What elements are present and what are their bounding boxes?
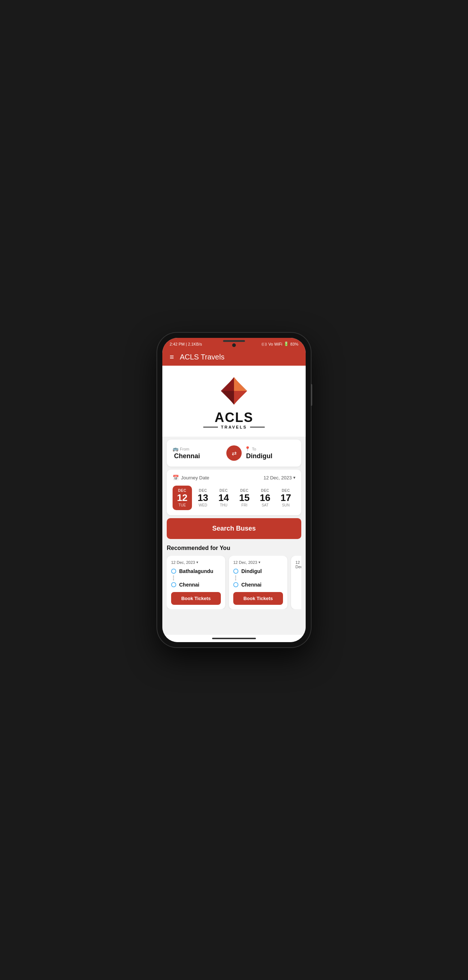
- hamburger-icon[interactable]: ≡: [170, 353, 174, 361]
- date-weekday: WED: [199, 503, 207, 507]
- camera: [232, 344, 236, 347]
- rec-connector: [171, 576, 221, 580]
- date-weekday: TUE: [178, 503, 186, 507]
- rec-connector: [233, 576, 283, 580]
- calendar-icon: 📅: [173, 475, 179, 480]
- book-tickets-button[interactable]: Book Tickets: [171, 592, 221, 605]
- rec-from-row: Dindigul: [233, 568, 283, 574]
- rec-card-0: 12 Dec, 2023 ▾ Bathalagundu Chennai Book…: [167, 556, 225, 609]
- book-tickets-button[interactable]: Book Tickets: [233, 592, 283, 605]
- rec-to-city: Chennai: [179, 582, 199, 588]
- date-item-15[interactable]: DEC 15 FRI: [235, 485, 254, 510]
- logo-subtitle-row: TRAVELS: [203, 425, 265, 429]
- swap-button[interactable]: ⇄: [226, 445, 242, 461]
- date-number: 14: [218, 493, 229, 503]
- rec-date-chevron: ▾: [258, 560, 260, 564]
- journey-date-label: 📅 Journey Date: [173, 475, 209, 480]
- notch: [223, 340, 245, 347]
- logo-graphic: [218, 374, 250, 407]
- date-number: 17: [280, 493, 291, 503]
- date-weekday: SUN: [282, 503, 290, 507]
- phone-frame: 2:42 PM | 2.1KB/s ((·)) Vo WiFi 🔋 83% ≡ …: [157, 333, 311, 647]
- rec-date-chevron: ▾: [196, 560, 198, 564]
- date-row: DEC 12 TUE DEC 13 WED DEC 14 THU DEC 15 …: [173, 485, 295, 510]
- route-to[interactable]: 📍 To Dindigul: [245, 446, 295, 460]
- date-card: 📅 Journey Date 12 Dec, 2023 ▾ DEC 12 TUE…: [167, 469, 301, 515]
- rec-date: 12 Dec: [295, 560, 301, 569]
- date-item-14[interactable]: DEC 14 THU: [214, 485, 233, 510]
- network-icon: ((·)): [262, 342, 267, 346]
- date-weekday: THU: [220, 503, 228, 507]
- bus-icon: 🚌: [173, 446, 178, 452]
- rec-from-dot: [233, 569, 239, 574]
- status-time: 2:42 PM | 2.1KB/s: [170, 342, 202, 346]
- date-chevron-icon: ▾: [293, 475, 295, 480]
- rec-to-row: Chennai: [233, 582, 283, 588]
- date-item-16[interactable]: DEC 16 SAT: [256, 485, 275, 510]
- from-city: Chennai: [173, 452, 223, 460]
- date-number: 12: [177, 493, 188, 503]
- recommended-section: Recommended for You 12 Dec, 2023 ▾ Batha…: [162, 545, 306, 615]
- rec-from-city: Bathalagundu: [179, 568, 213, 574]
- rec-date: 12 Dec, 2023 ▾: [233, 560, 283, 565]
- rec-from-dot: [171, 569, 176, 574]
- rec-to-city: Chennai: [241, 582, 261, 588]
- rec-route: Bathalagundu Chennai: [171, 568, 221, 588]
- date-number: 15: [239, 493, 250, 503]
- selected-date-display[interactable]: 12 Dec, 2023 ▾: [264, 475, 295, 480]
- date-item-13[interactable]: DEC 13 WED: [193, 485, 213, 510]
- rec-from-city: Dindigul: [241, 568, 262, 574]
- home-indicator: [162, 635, 306, 642]
- search-buses-button[interactable]: Search Buses: [167, 518, 301, 539]
- date-weekday: SAT: [262, 503, 269, 507]
- phone-screen: 2:42 PM | 2.1KB/s ((·)) Vo WiFi 🔋 83% ≡ …: [162, 338, 306, 642]
- home-bar: [212, 638, 256, 639]
- date-item-12[interactable]: DEC 12 TUE: [173, 485, 192, 510]
- to-city: Dindigul: [245, 452, 272, 460]
- rec-route: Dindigul Chennai: [233, 568, 283, 588]
- logo-line-right: [250, 427, 265, 428]
- battery-icon: 🔋: [284, 342, 289, 346]
- from-label: 🚌 From: [173, 446, 223, 452]
- date-number: 16: [260, 493, 271, 503]
- rec-cards-row: 12 Dec, 2023 ▾ Bathalagundu Chennai Book…: [167, 556, 301, 609]
- rec-card-partial[interactable]: 12 Dec: [291, 556, 301, 609]
- speaker: [223, 340, 245, 342]
- route-from[interactable]: 🚌 From Chennai: [173, 446, 223, 460]
- logo-subtitle-text: TRAVELS: [221, 425, 247, 429]
- recommended-title: Recommended for You: [167, 545, 301, 551]
- battery-level: 83%: [290, 342, 298, 346]
- rec-to-dot: [233, 582, 239, 587]
- date-weekday: FRI: [241, 503, 247, 507]
- rec-date: 12 Dec, 2023 ▾: [171, 560, 221, 565]
- rec-card-1: 12 Dec, 2023 ▾ Dindigul Chennai Book Tic…: [229, 556, 287, 609]
- to-label: 📍 To: [245, 446, 256, 452]
- app-title: ACLS Travels: [180, 353, 224, 361]
- swap-icon: ⇄: [232, 450, 237, 457]
- wifi-label: Vo WiFi: [268, 342, 282, 346]
- location-icon: 📍: [245, 446, 250, 452]
- scroll-content: ACLS TRAVELS 🚌 From Chennai ⇄: [162, 366, 306, 635]
- date-header: 📅 Journey Date 12 Dec, 2023 ▾: [173, 475, 295, 480]
- status-right: ((·)) Vo WiFi 🔋 83%: [262, 342, 298, 346]
- logo-name: ACLS: [215, 411, 253, 424]
- rec-from-row: Bathalagundu: [171, 568, 221, 574]
- logo-line-left: [203, 427, 218, 428]
- rec-to-dot: [171, 582, 176, 587]
- app-bar: ≡ ACLS Travels: [162, 348, 306, 366]
- logo-section: ACLS TRAVELS: [162, 366, 306, 437]
- route-card: 🚌 From Chennai ⇄ 📍 To Dindigul: [167, 439, 301, 466]
- rec-to-row: Chennai: [171, 582, 221, 588]
- date-number: 13: [198, 493, 209, 503]
- date-item-17[interactable]: DEC 17 SUN: [276, 485, 295, 510]
